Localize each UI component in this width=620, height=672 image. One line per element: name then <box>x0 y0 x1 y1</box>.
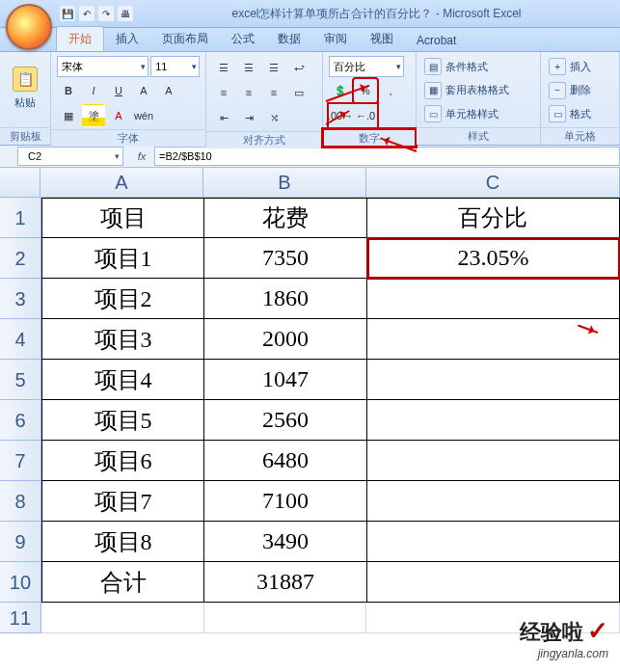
cell-a2[interactable]: 项目1 <box>41 238 204 279</box>
select-all-corner[interactable] <box>0 168 40 198</box>
number-format-select[interactable]: 百分比 <box>329 56 404 77</box>
cell-c10[interactable] <box>367 562 620 603</box>
cell-c8[interactable] <box>367 481 620 522</box>
cell-a6[interactable]: 项目5 <box>41 400 204 441</box>
conditional-format-button[interactable]: ▤条件格式 <box>422 56 534 77</box>
ribbon: 📋 粘贴 剪贴板 宋体 11 B I U A A ▦ 塗 A wén 字体 ☰ … <box>0 52 620 146</box>
cell-b4[interactable]: 2000 <box>204 319 366 360</box>
group-number: 百分比 💲 % , .00→ ←.0 数字 <box>323 52 417 145</box>
insert-cells-button[interactable]: +插入 <box>547 56 613 77</box>
merge-button[interactable]: ▭ <box>287 81 310 104</box>
fx-button[interactable]: fx <box>133 148 150 165</box>
grow-font-button[interactable]: A <box>132 79 155 102</box>
group-label-clipboard: 剪贴板 <box>0 127 50 145</box>
cell-c5[interactable] <box>367 360 620 400</box>
row-header-1[interactable]: 1 <box>0 198 41 238</box>
cell-a3[interactable]: 项目2 <box>41 279 204 319</box>
tab-home[interactable]: 开始 <box>56 26 104 51</box>
row-header-11[interactable]: 11 <box>0 603 41 633</box>
cell-c2[interactable]: 23.05% <box>367 238 620 279</box>
border-button[interactable]: ▦ <box>57 104 80 127</box>
italic-button[interactable]: I <box>82 79 105 102</box>
cell-b6[interactable]: 2560 <box>204 400 366 441</box>
row-header-9[interactable]: 9 <box>0 522 41 562</box>
conditional-format-icon: ▤ <box>424 58 442 75</box>
font-name-select[interactable]: 宋体 <box>57 56 148 77</box>
print-icon[interactable]: 🖶 <box>118 6 133 21</box>
cell-b2[interactable]: 7350 <box>204 238 366 279</box>
font-size-select[interactable]: 11 <box>150 56 200 77</box>
underline-button[interactable]: U <box>107 79 130 102</box>
cell-b7[interactable]: 6480 <box>204 441 366 481</box>
font-color-button[interactable]: A <box>107 104 130 127</box>
shrink-font-button[interactable]: A <box>157 79 180 102</box>
cell-b1[interactable]: 花费 <box>204 198 366 238</box>
col-header-b[interactable]: B <box>203 168 366 198</box>
cell-b3[interactable]: 1860 <box>204 279 366 319</box>
align-center-button[interactable]: ≡ <box>237 81 260 104</box>
align-left-button[interactable]: ≡ <box>212 81 235 104</box>
cell-c1[interactable]: 百分比 <box>367 198 620 238</box>
row-header-3[interactable]: 3 <box>0 279 41 319</box>
inc-indent-button[interactable]: ⇥ <box>237 106 260 129</box>
cell-a9[interactable]: 项目8 <box>41 522 204 562</box>
row-header-8[interactable]: 8 <box>0 481 41 522</box>
fill-color-button[interactable]: 塗 <box>82 104 105 127</box>
tab-acrobat[interactable]: Acrobat <box>405 30 468 51</box>
cell-styles-button[interactable]: ▭单元格样式 <box>422 103 534 124</box>
cell-b5[interactable]: 1047 <box>204 360 366 400</box>
cell-c6[interactable] <box>367 400 620 441</box>
group-styles: ▤条件格式 ▦套用表格格式 ▭单元格样式 样式 <box>417 52 541 145</box>
row-header-4[interactable]: 4 <box>0 319 41 360</box>
row-header-6[interactable]: 6 <box>0 400 41 441</box>
cell-a10[interactable]: 合计 <box>41 562 204 603</box>
align-mid-button[interactable]: ☰ <box>237 56 260 79</box>
row-header-2[interactable]: 2 <box>0 238 41 279</box>
phonetic-button[interactable]: wén <box>132 104 155 127</box>
dec-indent-button[interactable]: ⇤ <box>212 106 235 129</box>
office-button[interactable] <box>6 4 52 50</box>
row-header-10[interactable]: 10 <box>0 562 41 603</box>
cell-a8[interactable]: 项目7 <box>41 481 204 522</box>
cell-a4[interactable]: 项目3 <box>41 319 204 360</box>
bold-button[interactable]: B <box>57 79 80 102</box>
cell-b8[interactable]: 7100 <box>204 481 366 522</box>
cell-a7[interactable]: 项目6 <box>41 441 204 481</box>
cell-c7[interactable] <box>367 441 620 481</box>
cell-b11[interactable] <box>204 603 367 633</box>
tab-insert[interactable]: 插入 <box>104 27 150 51</box>
tab-view[interactable]: 视图 <box>359 27 405 51</box>
formula-input[interactable]: =B2/$B$10 <box>154 147 620 166</box>
tab-formulas[interactable]: 公式 <box>220 27 266 51</box>
comma-button[interactable]: , <box>379 79 402 102</box>
cell-c9[interactable] <box>367 522 620 562</box>
tab-page-layout[interactable]: 页面布局 <box>150 27 220 51</box>
format-as-table-button[interactable]: ▦套用表格格式 <box>422 80 534 101</box>
tab-review[interactable]: 审阅 <box>312 27 359 51</box>
orientation-button[interactable]: ⤭ <box>262 106 285 129</box>
cell-a11[interactable] <box>41 603 204 633</box>
cell-a1[interactable]: 项目 <box>41 198 204 238</box>
cell-b10[interactable]: 31887 <box>204 562 366 603</box>
format-cells-button[interactable]: ▭格式 <box>547 103 613 124</box>
cell-b9[interactable]: 3490 <box>204 522 366 562</box>
delete-cells-button[interactable]: −删除 <box>547 80 613 101</box>
row-header-5[interactable]: 5 <box>0 360 41 400</box>
undo-icon[interactable]: ↶ <box>79 6 94 21</box>
col-header-a[interactable]: A <box>40 168 203 198</box>
col-header-c[interactable]: C <box>366 168 620 198</box>
name-box[interactable]: C2 <box>17 147 123 166</box>
row-header-7[interactable]: 7 <box>0 441 41 481</box>
redo-icon[interactable]: ↷ <box>98 6 114 21</box>
cell-a5[interactable]: 项目4 <box>41 360 204 400</box>
wrap-text-button[interactable]: ⮐ <box>287 56 310 79</box>
quick-access-toolbar: 💾 ↶ ↷ 🖶 <box>60 6 133 21</box>
align-bot-button[interactable]: ☰ <box>262 56 285 79</box>
paste-button[interactable]: 📋 粘贴 <box>6 56 44 120</box>
decrease-decimal-button[interactable]: ←.0 <box>354 104 377 127</box>
save-icon[interactable]: 💾 <box>60 6 75 21</box>
align-right-button[interactable]: ≡ <box>262 81 285 104</box>
align-top-button[interactable]: ☰ <box>212 56 235 79</box>
tab-data[interactable]: 数据 <box>266 27 312 51</box>
cell-c3[interactable] <box>367 279 620 319</box>
